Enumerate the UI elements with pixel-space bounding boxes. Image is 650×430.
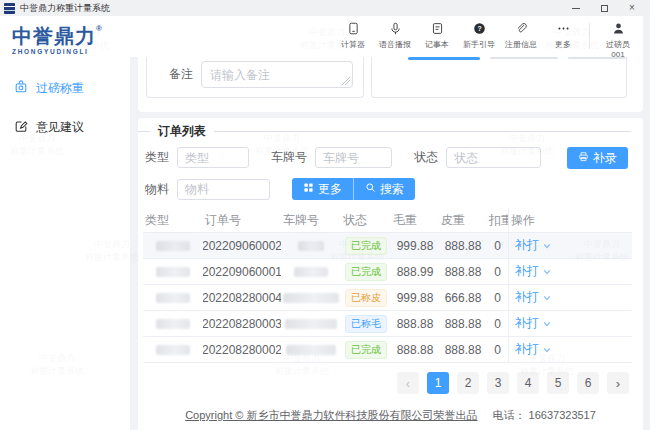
table-row[interactable]: 202209060002已完成999.88888.880补打 (143, 233, 632, 259)
tare-weight-cell: 888.88 (439, 337, 487, 362)
remark-card: 备注 (146, 57, 364, 98)
calculator-icon (347, 22, 360, 38)
close-button[interactable]: × (618, 0, 646, 16)
more-tool[interactable]: 更多 (542, 20, 584, 50)
column-header: 订单号 (203, 208, 281, 232)
maximize-button[interactable] (590, 0, 618, 16)
page-button-5[interactable]: 5 (547, 372, 569, 394)
next-page-button[interactable]: › (607, 372, 629, 394)
page-button-1[interactable]: 1 (427, 372, 449, 394)
filter-row-2: 物料 更多 搜索 (145, 178, 415, 200)
beginner-guide-tool[interactable]: ? 新手引导 (458, 20, 500, 50)
order-table-body: 202209060002已完成999.88888.880补打 202209060… (143, 233, 632, 363)
deduct-cell: 0 (487, 259, 508, 284)
action-cell: 补打 (508, 285, 632, 310)
more-filters-button[interactable]: 更多 (292, 178, 354, 200)
brand-logo: 中誉鼎力® ZHONGYUDINGLI (0, 16, 130, 57)
reprint-dropdown[interactable]: 补打 (515, 237, 551, 254)
svg-text:?: ? (477, 25, 481, 32)
copyright-link[interactable]: Copyright © 新乡市中誉鼎力软件科技股份有限公司荣誉出品 (185, 409, 477, 421)
table-row[interactable]: 202208280004已称皮999.88666.880补打 (143, 285, 632, 311)
reprint-dropdown[interactable]: 补打 (515, 289, 551, 306)
gross-weight-cell: 888.88 (391, 311, 439, 336)
search-label: 搜索 (380, 181, 404, 198)
tare-weight-cell: 888.88 (439, 259, 487, 284)
filter-type-input[interactable] (177, 147, 249, 168)
deduct-cell: 0 (487, 233, 508, 258)
redacted-type (156, 345, 190, 355)
minimize-button[interactable] (562, 0, 590, 16)
microphone-icon (389, 22, 402, 38)
page-button-3[interactable]: 3 (487, 372, 509, 394)
reprint-dropdown[interactable]: 补打 (515, 341, 551, 358)
sidebar-menu: 过磅称重 意见建议 (0, 69, 130, 147)
redacted-plate (286, 345, 336, 355)
chevron-down-icon (543, 291, 551, 305)
search-button[interactable]: 搜索 (354, 178, 415, 200)
action-cell: 补打 (508, 233, 632, 258)
paperclip-icon (515, 22, 528, 38)
filter-plate-input[interactable] (315, 147, 392, 168)
sidebar-item-feedback[interactable]: 意见建议 (0, 108, 130, 147)
grid-icon (303, 182, 314, 196)
table-row[interactable]: 202209060001已完成888.99888.880补打 (143, 259, 632, 285)
active-tab-indicator[interactable] (408, 57, 480, 60)
sidebar-item-label: 意见建议 (36, 119, 84, 136)
gross-weight-cell: 888.99 (391, 259, 439, 284)
window-title: 中誉鼎力称重计量系统 (20, 2, 110, 15)
redacted-type (156, 267, 190, 277)
page-button-6[interactable]: 6 (577, 372, 599, 394)
minimize-icon (572, 8, 580, 9)
supplement-record-label: 补录 (593, 150, 617, 167)
reprint-dropdown[interactable]: 补打 (515, 263, 551, 280)
calculator-tool[interactable]: 计算器 (332, 20, 374, 50)
status-cell: 已完成 (341, 337, 391, 362)
order-no-cell: 202208280004 (203, 285, 281, 310)
notepad-icon (431, 22, 444, 38)
sidebar: 中誉鼎力® ZHONGYUDINGLI 过磅称重 意见建议 (0, 16, 130, 430)
gross-weight-cell: 999.88 (391, 233, 439, 258)
scale-icon (14, 80, 28, 97)
page-button-4[interactable]: 4 (517, 372, 539, 394)
remark-textarea[interactable] (201, 61, 353, 88)
action-cell: 补打 (508, 259, 632, 284)
deduct-cell: 0 (487, 285, 508, 310)
column-header: 操作 (508, 208, 632, 232)
redacted-plate (283, 293, 339, 303)
page-button-2[interactable]: 2 (457, 372, 479, 394)
supplement-record-button[interactable]: 补录 (567, 147, 628, 169)
redacted-plate (298, 241, 324, 251)
close-icon: × (629, 3, 635, 13)
plate-cell (281, 311, 341, 336)
os-titlebar: 中誉鼎力称重计量系统 × (0, 0, 650, 16)
pagination: ‹123456› (397, 372, 629, 394)
order-no-cell: 202209060002 (203, 233, 281, 258)
reprint-dropdown[interactable]: 补打 (515, 315, 551, 332)
table-row[interactable]: 202208280003已称毛888.88888.880补打 (143, 311, 632, 337)
tool-label: 语音播报 (379, 40, 411, 50)
table-row[interactable]: 202208280002已完成888.88888.880补打 (143, 337, 632, 363)
chevron-down-icon (543, 317, 551, 331)
logo-subtext: ZHONGYUDINGLI (12, 48, 118, 55)
filter-material-input[interactable] (177, 179, 270, 200)
type-cell (143, 259, 203, 284)
app-icon (4, 3, 15, 14)
filter-status-input[interactable] (446, 147, 541, 168)
user-menu[interactable]: 过磅员001 (595, 20, 641, 60)
registration-info-tool[interactable]: 注册信息 (500, 20, 542, 50)
sidebar-item-weighing[interactable]: 过磅称重 (0, 69, 130, 108)
plate-cell (281, 259, 341, 284)
filter-status-label: 状态 (414, 149, 438, 166)
type-cell (143, 311, 203, 336)
redacted-plate (285, 319, 337, 329)
weight-tabs-card (371, 57, 627, 98)
tool-label: 更多 (555, 40, 571, 50)
divider-line (214, 131, 631, 132)
voice-broadcast-tool[interactable]: 语音播报 (374, 20, 416, 50)
order-no-cell: 202208280003 (203, 311, 281, 336)
prev-page-button[interactable]: ‹ (397, 372, 419, 394)
tab-indicator[interactable] (490, 57, 558, 59)
notepad-tool[interactable]: 记事本 (416, 20, 458, 50)
plate-cell (281, 285, 341, 310)
plate-cell (281, 233, 341, 258)
